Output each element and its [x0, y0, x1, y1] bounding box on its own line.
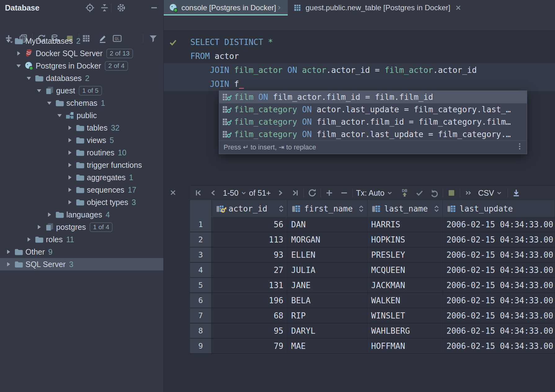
chevron-collapsed-icon[interactable] [35, 223, 43, 231]
chevron-down-icon[interactable] [238, 188, 249, 198]
cell-last_name[interactable]: WALKEN [367, 293, 443, 308]
chevron-expanded-icon[interactable] [15, 62, 23, 70]
chevron-collapsed-icon[interactable] [66, 149, 74, 157]
cell-last_name[interactable]: HARRIS [367, 217, 443, 232]
tree-item-sql-server[interactable]: SQL Server3 [0, 258, 163, 270]
editor-line-1[interactable]: SELECT DISTINCT * [164, 35, 555, 49]
chevron-expanded-icon[interactable] [35, 87, 43, 95]
cell-last_update[interactable]: 2006-02-15 04:34:33.00 [443, 247, 555, 262]
completion-item-4[interactable]: film_category ON film_actor.last_update … [219, 128, 527, 140]
row-number[interactable]: 8 [190, 323, 212, 338]
row-number[interactable]: 7 [190, 308, 212, 323]
chevron-collapsed-icon[interactable] [66, 198, 74, 206]
chevron-down-icon[interactable] [494, 188, 504, 198]
sort-arrows-icon[interactable] [433, 204, 440, 213]
close-tab-icon[interactable] [455, 4, 462, 11]
tree-item-docker-sql-server[interactable]: Docker SQL Server2 of 13 [0, 47, 163, 60]
row-number[interactable]: 3 [190, 247, 212, 262]
chevron-expanded-icon[interactable] [45, 99, 53, 107]
row-number[interactable]: 2 [190, 232, 212, 247]
cell-actor_id[interactable]: 56 [212, 217, 287, 232]
sort-arrows-icon[interactable] [358, 204, 365, 213]
chevron-collapsed-icon[interactable] [25, 235, 33, 243]
tree-item-routines[interactable]: routines10 [0, 146, 163, 159]
tree-item-other[interactable]: Other9 [0, 246, 163, 258]
editor-line-4[interactable]: JOIN f_ [164, 77, 555, 91]
cell-actor_id[interactable]: 68 [212, 308, 287, 323]
add-row-icon[interactable] [324, 188, 335, 198]
cell-actor_id[interactable]: 79 [212, 339, 287, 353]
locate-object-icon[interactable] [85, 3, 95, 12]
chevron-right-icon[interactable] [276, 0, 283, 16]
collapse-all-icon[interactable] [100, 3, 109, 12]
cell-first_name[interactable]: RIP [287, 308, 367, 323]
tree-item-mydatabases[interactable]: MyDatabases2 [0, 35, 163, 47]
cell-actor_id[interactable]: 95 [212, 323, 287, 338]
row-number[interactable]: 5 [190, 278, 212, 292]
cell-last_name[interactable]: PRESLEY [367, 247, 443, 262]
tree-item-views[interactable]: views5 [0, 134, 163, 146]
cell-last_update[interactable]: 2006-02-15 04:34:33.00 [443, 323, 555, 338]
first-page-icon[interactable] [193, 188, 204, 198]
cell-last_name[interactable]: WINSLET [367, 308, 443, 323]
cell-last_name[interactable]: JACKMAN [367, 278, 443, 292]
chevron-collapsed-icon[interactable] [66, 136, 74, 144]
last-page-icon[interactable] [290, 188, 300, 198]
cell-first_name[interactable]: DARYL [287, 323, 367, 338]
chevron-collapsed-icon[interactable] [66, 173, 74, 181]
chevron-collapsed-icon[interactable] [66, 124, 74, 132]
reload-data-icon[interactable] [307, 188, 317, 198]
tab-console[interactable]: console [Postgres in Docker] [164, 0, 288, 16]
tree-item-sequences[interactable]: sequences17 [0, 184, 163, 196]
tree-item-tables[interactable]: tables32 [0, 122, 163, 134]
sort-arrows-icon[interactable] [278, 204, 285, 213]
row-number[interactable]: 6 [190, 293, 212, 308]
export-format-select[interactable]: CSV [478, 189, 494, 198]
chevron-collapsed-icon[interactable] [45, 211, 53, 219]
tree-item-schemas[interactable]: schemas1 [0, 97, 163, 109]
cell-last_update[interactable]: 2006-02-15 04:34:33.00 [443, 339, 555, 353]
completion-item-2[interactable]: film_category ON actor.last_update = fil… [219, 103, 527, 116]
cell-actor_id[interactable]: 93 [212, 247, 287, 262]
tree-item-databases[interactable]: databases2 [0, 72, 163, 84]
delete-row-icon[interactable] [339, 188, 349, 198]
cell-first_name[interactable]: DAN [287, 217, 367, 232]
cell-last_update[interactable]: 2006-02-15 04:34:33.00 [443, 232, 555, 247]
tx-mode-select[interactable]: Tx: Auto [356, 189, 384, 198]
hide-panel-icon[interactable] [149, 3, 159, 12]
chevron-expanded-icon[interactable] [55, 111, 64, 119]
chevron-expanded-icon[interactable] [25, 74, 33, 82]
export-chevrons-icon[interactable] [463, 188, 474, 198]
chevron-collapsed-icon[interactable] [66, 161, 74, 169]
cell-last_update[interactable]: 2006-02-15 04:34:33.00 [443, 293, 555, 308]
download-icon[interactable] [511, 188, 522, 198]
column-header-actor_id[interactable]: actor_id [212, 200, 287, 217]
more-options-icon[interactable] [516, 142, 524, 152]
cell-actor_id[interactable]: 113 [212, 232, 287, 247]
tree-item-object-types[interactable]: object types3 [0, 196, 163, 208]
column-header-last_name[interactable]: last_name [367, 200, 443, 217]
chevron-expanded-icon[interactable] [4, 37, 12, 45]
tree-item-postgres-in-docker[interactable]: Postgres in Docker2 of 4 [0, 60, 163, 72]
tree-item-languages[interactable]: languages4 [0, 208, 163, 221]
cell-last_update[interactable]: 2006-02-15 04:34:33.00 [443, 308, 555, 323]
tree-item-aggregates[interactable]: aggregates1 [0, 171, 163, 184]
row-number[interactable]: 4 [190, 263, 212, 277]
settings-gear-icon[interactable] [117, 3, 126, 12]
tree-item-public[interactable]: public [0, 109, 163, 122]
completion-item-3[interactable]: film_category ON film_actor.film_id = fi… [219, 116, 527, 128]
row-number[interactable]: 1 [190, 217, 212, 232]
row-number[interactable]: 9 [190, 339, 212, 353]
close-results-icon[interactable] [169, 189, 178, 198]
cell-first_name[interactable]: JULIA [287, 263, 367, 277]
cell-first_name[interactable]: BELA [287, 293, 367, 308]
column-header-first_name[interactable]: first_name [287, 200, 367, 217]
tree-item-roles[interactable]: roles11 [0, 233, 163, 246]
chevron-down-icon[interactable] [384, 188, 395, 198]
submit-to-db-icon[interactable]: DB [399, 188, 410, 198]
chevron-collapsed-icon[interactable] [4, 248, 12, 256]
chevron-collapsed-icon[interactable] [66, 186, 74, 194]
completion-item-1[interactable]: film ON film_actor.film_id = film.film_i… [219, 91, 527, 103]
commit-icon[interactable] [414, 188, 425, 198]
tree-item-trigger-functions[interactable]: trigger functions [0, 159, 163, 171]
